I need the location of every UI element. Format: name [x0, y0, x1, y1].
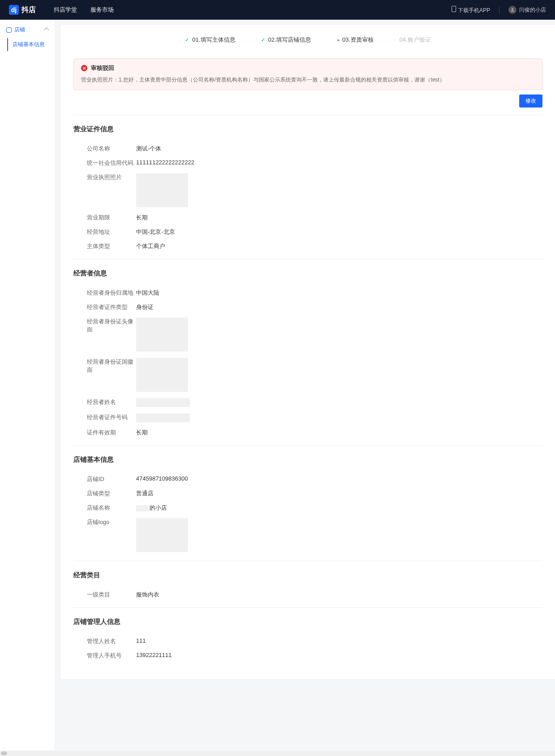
modify-button[interactable]: 修改	[519, 94, 542, 107]
download-app-link[interactable]: 下载手机APP	[452, 6, 490, 14]
manager-name: 111	[136, 637, 146, 644]
progress-steps: ✓01.填写主体信息 · · · · · · ✓02.填写店铺信息 · · · …	[61, 36, 555, 53]
section-license-title: 营业证件信息	[73, 125, 542, 133]
operator-name-masked	[136, 398, 190, 407]
sidebar-group-shop[interactable]: 店铺	[4, 23, 50, 36]
subject-type: 个体工商户	[136, 242, 165, 250]
step-1: ✓01.填写主体信息	[185, 36, 235, 44]
arrows-icon: »	[337, 37, 340, 43]
logo-text: 抖店	[21, 5, 36, 15]
step-4: 04.账户验证	[400, 36, 431, 44]
divider	[499, 7, 500, 13]
user-menu[interactable]: 闫俊的小店	[508, 6, 546, 14]
alert-body: 营业执照照片：1.您好，主体资质中部分信息（公司名称/资质机构名称）与国家公示系…	[81, 76, 535, 84]
logo-icon: dj	[9, 5, 19, 15]
masked-prefix	[136, 505, 149, 511]
step-2: ✓02.填写店铺信息	[261, 36, 311, 44]
username: 闫俊的小店	[519, 6, 546, 14]
main-content: ✓01.填写主体信息 · · · · · · ✓02.填写店铺信息 · · · …	[55, 20, 555, 756]
section-operator-title: 经营者信息	[73, 269, 542, 278]
id-front-photo[interactable]	[136, 318, 188, 352]
sidebar: 店铺 店铺基本信息	[0, 20, 55, 756]
operator-idnum-masked	[136, 413, 190, 422]
business-address: 中国-北京-北京	[136, 228, 175, 236]
top-header: dj 抖店 抖店学堂 服务市场 下载手机APP 闫俊的小店	[0, 0, 555, 20]
logo[interactable]: dj 抖店	[9, 5, 36, 15]
scrollbar-thumb[interactable]	[1, 752, 7, 755]
category-level-1: 服饰内衣	[136, 591, 159, 599]
id-validity: 长期	[136, 429, 148, 437]
shop-type: 普通店	[136, 490, 154, 498]
svg-point-0	[512, 8, 513, 10]
operator-region: 中国大陆	[136, 289, 159, 297]
nav-market[interactable]: 服务市场	[90, 6, 114, 14]
shop-logo[interactable]	[136, 518, 188, 552]
check-icon: ✓	[261, 37, 265, 43]
id-back-photo[interactable]	[136, 358, 188, 392]
shop-id: 4745987109836300	[136, 475, 188, 482]
step-3: »03.资质审核	[337, 36, 374, 44]
check-icon: ✓	[185, 37, 189, 43]
manager-phone: 13922221111	[136, 652, 172, 658]
section-manager-title: 店铺管理人信息	[73, 618, 542, 626]
section-shop-title: 店铺基本信息	[73, 455, 542, 464]
horizontal-scrollbar[interactable]	[0, 751, 555, 756]
sidebar-item-shop-basic[interactable]: 店铺基本信息	[7, 38, 50, 51]
phone-icon	[452, 6, 456, 12]
top-nav: 抖店学堂 服务市场	[54, 6, 114, 14]
section-category-title: 经营类目	[73, 571, 542, 580]
business-period: 长期	[136, 214, 148, 222]
error-icon: ✕	[81, 65, 87, 71]
alert-title: 审核驳回	[91, 64, 114, 72]
header-right: 下载手机APP 闫俊的小店	[452, 6, 546, 14]
avatar	[508, 6, 517, 14]
shop-name: 的小店	[136, 504, 167, 512]
shop-icon	[6, 27, 12, 33]
operator-id-type: 身份证	[136, 303, 154, 311]
uscc: 111111222222222222	[136, 159, 194, 166]
chevron-up-icon	[44, 27, 49, 32]
company-name: 测试-个体	[136, 145, 161, 153]
license-photo[interactable]	[136, 173, 188, 207]
nav-academy[interactable]: 抖店学堂	[54, 6, 77, 14]
rejection-alert: ✕ 审核驳回 营业执照照片：1.您好，主体资质中部分信息（公司名称/资质机构名称…	[73, 58, 542, 90]
